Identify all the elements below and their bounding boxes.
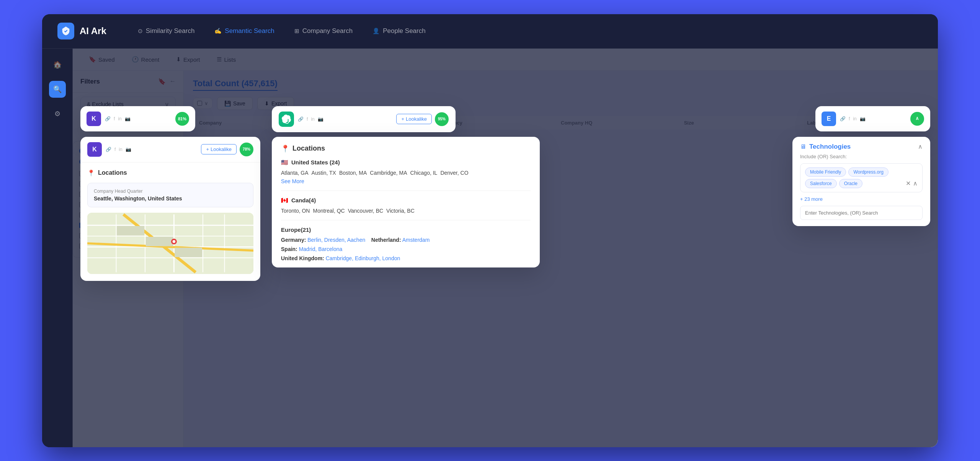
kustomer-card-header: K 🔗 f in 📷 81% xyxy=(80,106,195,131)
ericsson-logo-area: E 🔗 f in 📷 xyxy=(822,112,866,126)
tag-mobile-friendly[interactable]: Mobile Friendly xyxy=(805,167,846,177)
tech-tags-container: Mobile Friendly Wordpress.org Salesforce… xyxy=(800,163,923,192)
top-bar: AI Ark ⊙ Similarity Search ✍ Semantic Se… xyxy=(42,14,938,49)
tech-header: 🖥 Technologies ∧ xyxy=(792,137,930,154)
location-title: 📍 Locations xyxy=(87,169,253,177)
ericsson-ig-icon[interactable]: 📷 xyxy=(860,116,866,121)
tag-oracle[interactable]: Oracle xyxy=(839,179,862,188)
canada-section: 🇨🇦 Canda(4) Toronto, ON Montreal, QC Van… xyxy=(272,197,540,220)
hq-label: Company Head Quarter xyxy=(94,189,247,194)
kustomer-card: K 🔗 f in 📷 81% xyxy=(80,106,195,131)
content-area: 🏠 🔍 ⚙ 🔖 Saved 🕐 Recent ⬇ Export xyxy=(42,49,938,447)
facebook-icon2[interactable]: f xyxy=(114,147,116,152)
svg-point-16 xyxy=(173,240,176,243)
tab-company[interactable]: ⊞ Company Search xyxy=(286,23,361,39)
tab-people[interactable]: 👤 People Search xyxy=(364,23,434,39)
kustomer-location-card: K 🔗 f in 📷 + Lookalike 78% xyxy=(80,137,260,281)
lookalike-button-kustomer[interactable]: + Lookalike xyxy=(201,144,237,154)
map-area xyxy=(87,213,253,274)
left-sidebar: 🏠 🔍 ⚙ xyxy=(42,49,73,447)
tab-semantic-label: Semantic Search xyxy=(225,27,274,35)
plus-icon-openai: + xyxy=(401,116,404,122)
tech-collapse-icon[interactable]: ∧ xyxy=(918,143,923,150)
technologies-card: 🖥 Technologies ∧ Include (OR) Search: Mo… xyxy=(792,137,930,226)
tab-semantic[interactable]: ✍ Semantic Search xyxy=(206,23,283,39)
uk-row: United Kingdom: Cambridge, Edinburgh, Lo… xyxy=(281,255,531,261)
tab-people-label: People Search xyxy=(383,27,426,35)
logo-area: AI Ark xyxy=(57,23,106,39)
svg-rect-13 xyxy=(146,237,173,246)
kustomer-score2: 78% xyxy=(240,143,253,156)
logo-icon xyxy=(57,23,74,39)
lookalike-button-openai[interactable]: + Lookalike xyxy=(396,114,432,124)
locations-header: 📍 Locations xyxy=(272,137,540,159)
similarity-icon: ⊙ xyxy=(138,28,143,34)
pin-icon2: 📍 xyxy=(281,144,289,153)
ericsson-link-icon[interactable]: 🔗 xyxy=(840,116,846,121)
include-label: Include (OR) Search: xyxy=(792,154,930,163)
tab-similarity[interactable]: ⊙ Similarity Search xyxy=(129,23,203,39)
kustomer-score: 81% xyxy=(175,112,189,126)
sidebar-settings[interactable]: ⚙ xyxy=(49,105,66,122)
tab-company-label: Company Search xyxy=(302,27,353,35)
openai-logo xyxy=(279,112,294,127)
ericsson-card-header: E 🔗 f in 📷 A xyxy=(815,106,930,131)
ericsson-li-icon[interactable]: in xyxy=(853,116,856,121)
link-icon[interactable]: 🔗 xyxy=(105,116,111,121)
germany-row: Germany: Berlin, Dresden, Aachen Netherl… xyxy=(281,237,531,243)
tech-more[interactable]: + 23 more xyxy=(792,196,930,206)
sidebar-home[interactable]: 🏠 xyxy=(49,56,66,73)
divider2 xyxy=(281,220,531,220)
canada-cities: Toronto, ON Montreal, QC Vancouver, BC V… xyxy=(281,208,531,214)
instagram-icon[interactable]: 📷 xyxy=(125,116,131,121)
link-icon2[interactable]: 🔗 xyxy=(106,147,111,152)
see-more-us[interactable]: See More xyxy=(281,178,531,184)
location-input[interactable]: Company Head Quarter Seattle, Washington… xyxy=(87,183,253,207)
tag-salesforce[interactable]: Salesforce xyxy=(805,179,837,188)
openai-fb-icon[interactable]: f xyxy=(307,116,308,122)
monitor-icon: 🖥 xyxy=(800,143,806,150)
kustomer-logo2: K xyxy=(87,142,102,157)
ericsson-score: A xyxy=(910,112,924,126)
instagram-icon2[interactable]: 📷 xyxy=(126,147,131,152)
kustomer-logo-area2: K 🔗 f in 📷 xyxy=(87,142,131,157)
tag-wordpress[interactable]: Wordpress.org xyxy=(848,167,888,177)
ericsson-logo: E xyxy=(822,112,836,126)
tech-remove-icon[interactable]: ✕ xyxy=(906,180,911,187)
openai-link-icon[interactable]: 🔗 xyxy=(298,116,304,122)
openai-card-actions: + Lookalike 95% xyxy=(396,112,449,126)
location-content: 📍 Locations Company Head Quarter Seattle… xyxy=(80,162,260,281)
tab-similarity-label: Similarity Search xyxy=(146,27,195,35)
ericsson-card: E 🔗 f in 📷 A xyxy=(815,106,930,131)
locations-panel: 📍 Locations 🇺🇸 United States (24) Atlant… xyxy=(272,137,540,267)
us-section: 🇺🇸 United States (24) Atlanta, GA Austin… xyxy=(272,159,540,190)
canada-title: 🇨🇦 Canda(4) xyxy=(281,197,531,204)
tech-title: 🖥 Technologies xyxy=(800,143,851,151)
kustomer-logo-area: K 🔗 f in 📷 xyxy=(87,112,131,126)
ericsson-fb-icon[interactable]: f xyxy=(849,116,850,121)
kustomer-social2: 🔗 f in 📷 xyxy=(106,147,131,152)
hq-value: Seattle, Washington, United States xyxy=(94,195,247,202)
kustomer-location-header: K 🔗 f in 📷 + Lookalike 78% xyxy=(80,137,260,162)
plus-icon: + xyxy=(206,146,209,152)
people-icon: 👤 xyxy=(372,28,380,34)
us-title: 🇺🇸 United States (24) xyxy=(281,159,531,166)
openai-ig-icon[interactable]: 📷 xyxy=(318,116,323,122)
kustomer-logo: K xyxy=(87,112,101,126)
divider1 xyxy=(281,190,531,191)
company-icon: ⊞ xyxy=(294,28,299,34)
openai-social: 🔗 f in 📷 xyxy=(298,116,323,122)
sidebar-search[interactable]: 🔍 xyxy=(49,81,66,98)
europe-section: Europe(21) Germany: Berlin, Dresden, Aac… xyxy=(272,226,540,267)
tech-header-controls: ∧ xyxy=(918,143,923,150)
tech-expand-icon[interactable]: ∧ xyxy=(913,180,918,187)
svg-rect-14 xyxy=(175,248,202,257)
openai-logo-area: 🔗 f in 📷 xyxy=(279,112,323,127)
openai-card-header: 🔗 f in 📷 + Lookalike 95% xyxy=(272,106,456,132)
facebook-icon[interactable]: f xyxy=(114,116,115,121)
linkedin-icon[interactable]: in xyxy=(118,116,121,121)
linkedin-icon2[interactable]: in xyxy=(119,147,122,152)
kustomer-card-actions: + Lookalike 78% xyxy=(201,143,253,156)
openai-li-icon[interactable]: in xyxy=(311,116,314,122)
tech-search-input[interactable] xyxy=(800,206,923,220)
